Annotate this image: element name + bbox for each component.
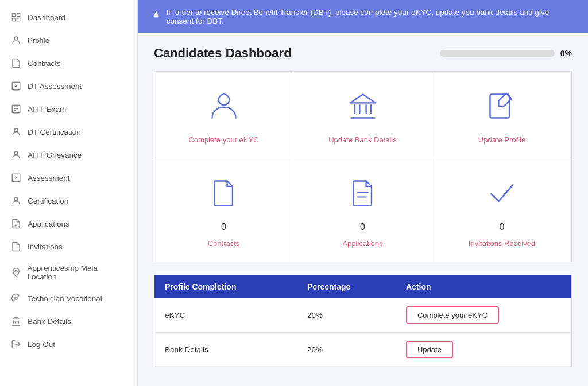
sidebar-label-applications: Applications	[28, 220, 69, 228]
sidebar-item-dt-certification[interactable]: DT Certification	[0, 120, 137, 143]
table-cell-ekyc-percentage: 20%	[297, 298, 396, 333]
progress-label: 0%	[560, 49, 572, 58]
sidebar-item-technician-vocational[interactable]: Technician Vocational	[0, 287, 137, 310]
contracts-icon	[10, 57, 22, 69]
sidebar-item-applications[interactable]: Applications	[0, 212, 137, 235]
sidebar-item-aitt-exam[interactable]: AITT Exam	[0, 98, 137, 120]
card-applications-count-value: 0	[360, 222, 365, 232]
progress-area: 0%	[440, 49, 572, 58]
ekyc-action-button[interactable]: Complete your eKYC	[406, 306, 499, 324]
cards-grid: Complete your eKYC Update Bank Details	[154, 71, 572, 262]
dt-certification-icon	[10, 126, 22, 138]
card-contracts-count-value: 0	[221, 222, 226, 232]
svg-marker-20	[13, 317, 20, 319]
technician-icon	[10, 293, 22, 304]
card-ekyc[interactable]: Complete your eKYC	[154, 72, 293, 158]
sidebar-item-invitations[interactable]: Invitations	[0, 235, 137, 258]
sidebar-item-logout[interactable]: Log Out	[0, 333, 137, 356]
profile-completion-table: Profile Completion Percentage Action eKY…	[154, 275, 572, 367]
dt-assessment-icon	[10, 80, 22, 92]
sidebar-label-technician-vocational: Technician Vocational	[28, 294, 102, 303]
sidebar-item-contracts[interactable]: Contracts	[0, 52, 137, 75]
sidebar-item-aitt-grievance[interactable]: AITT Grievance	[0, 143, 137, 166]
table-row: eKYC 20% Complete your eKYC	[154, 298, 572, 333]
certification-icon	[10, 195, 22, 206]
alert-banner: ▲ In order to receive Direct Benefit Tra…	[138, 0, 588, 33]
table-cell-bank-percentage: 20%	[297, 333, 396, 367]
svg-rect-0	[12, 13, 15, 16]
card-invitations-count-value: 0	[500, 222, 505, 232]
sidebar-item-assessment[interactable]: Assessment	[0, 166, 137, 189]
bank-icon	[10, 315, 22, 327]
edit-profile-icon	[486, 90, 518, 128]
table-header-percentage: Percentage	[297, 275, 396, 299]
card-invitations-count[interactable]: 0 Invitations Received	[432, 158, 571, 262]
svg-point-4	[14, 37, 18, 40]
svg-rect-1	[17, 13, 20, 16]
aitt-exam-icon	[10, 103, 22, 115]
alert-icon: ▲	[152, 9, 161, 19]
sidebar-label-certification: Certification	[28, 197, 68, 205]
sidebar-item-certification[interactable]: Certification	[0, 189, 137, 212]
svg-point-13	[15, 270, 17, 272]
table-row: Bank Details 20% Update	[154, 333, 572, 367]
sidebar-label-dashboard: Dashboard	[28, 13, 65, 22]
person-icon	[208, 90, 240, 128]
location-icon	[10, 267, 22, 278]
sidebar: Dashboard Profile Contracts DT Assessmen…	[0, 0, 138, 386]
table-cell-bank-profile: Bank Details	[154, 333, 297, 367]
sidebar-item-dt-assessment[interactable]: DT Assessment	[0, 75, 137, 98]
card-bank-label: Update Bank Details	[328, 135, 397, 144]
sidebar-label-bank-details: Bank Details	[28, 317, 71, 326]
assessment-icon	[10, 172, 22, 184]
check-icon	[486, 177, 518, 215]
card-contracts-count[interactable]: 0 Contracts	[154, 158, 293, 262]
invitations-icon	[10, 241, 22, 252]
dashboard-content: Candidates Dashboard 0% Complete your eK…	[138, 33, 588, 380]
table-header-profile: Profile Completion	[154, 275, 297, 299]
main-content: ▲ In order to receive Direct Benefit Tra…	[138, 0, 588, 386]
sidebar-label-apprenticeship-mela: Apprenticeship Mela Location	[28, 264, 127, 281]
svg-rect-2	[12, 18, 15, 21]
table-cell-ekyc-action: Complete your eKYC	[396, 298, 572, 333]
aitt-grievance-icon	[10, 149, 22, 161]
sidebar-item-bank-details[interactable]: Bank Details	[0, 310, 137, 333]
dashboard-header: Candidates Dashboard 0%	[154, 46, 572, 61]
sidebar-label-assessment: Assessment	[28, 174, 70, 182]
sidebar-item-profile[interactable]: Profile	[0, 29, 137, 52]
svg-point-14	[15, 297, 18, 300]
sidebar-label-profile: Profile	[28, 36, 49, 45]
svg-point-7	[14, 128, 18, 132]
bank-building-icon	[347, 90, 379, 128]
sidebar-item-dashboard[interactable]: Dashboard	[0, 6, 137, 29]
sidebar-label-dt-certification: DT Certification	[28, 128, 81, 137]
table-cell-bank-action: Update	[396, 333, 572, 367]
applications-icon	[10, 218, 22, 229]
sidebar-label-invitations: Invitations	[28, 243, 63, 251]
table-header-action: Action	[396, 275, 572, 299]
card-update-profile[interactable]: Update Profile	[432, 72, 571, 158]
logout-icon	[10, 338, 22, 350]
card-ekyc-label: Complete your eKYC	[188, 135, 258, 144]
profile-icon	[10, 34, 22, 46]
card-invitations-label: Invitations Received	[469, 239, 535, 248]
sidebar-item-apprenticeship-mela[interactable]: Apprenticeship Mela Location	[0, 258, 137, 287]
doc-icon	[208, 177, 240, 215]
card-applications-count[interactable]: 0 Applications	[293, 158, 432, 262]
sidebar-label-aitt-grievance: AITT Grievance	[28, 151, 82, 159]
card-update-profile-label: Update Profile	[478, 135, 525, 144]
svg-marker-28	[350, 94, 376, 103]
sidebar-label-logout: Log Out	[28, 340, 55, 349]
card-contracts-label: Contracts	[208, 239, 240, 248]
sidebar-label-dt-assessment: DT Assessment	[28, 82, 82, 91]
progress-bar-container	[440, 50, 555, 57]
card-applications-label: Applications	[342, 239, 382, 248]
card-bank-details[interactable]: Update Bank Details	[293, 72, 432, 158]
svg-rect-3	[17, 18, 20, 21]
svg-point-8	[14, 151, 18, 155]
alert-text: In order to receive Direct Benefit Trans…	[167, 8, 574, 25]
bank-action-button[interactable]: Update	[406, 341, 453, 358]
dashboard-icon	[10, 11, 22, 23]
sidebar-label-aitt-exam: AITT Exam	[28, 105, 66, 114]
dashboard-title: Candidates Dashboard	[154, 46, 292, 61]
